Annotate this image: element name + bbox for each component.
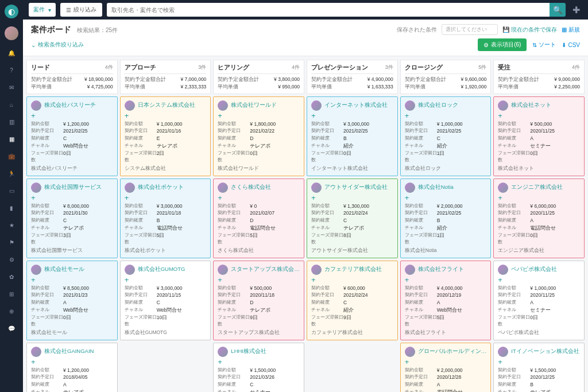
deal-name[interactable]: アウトサイダー株式会社 bbox=[324, 184, 388, 191]
chart-icon[interactable]: ▮ bbox=[7, 203, 16, 212]
deal-name[interactable]: スタートアップス株式会社 bbox=[231, 266, 300, 273]
mail-icon[interactable]: ✉ bbox=[7, 83, 16, 92]
deal-name[interactable]: 日本システム株式会社 bbox=[138, 102, 195, 109]
deal-card[interactable]: LHHI株式会社 + 契約金額¥ 1,500,000 契約予定日2021/03/… bbox=[213, 343, 304, 393]
add-activity-button[interactable]: + bbox=[31, 194, 113, 201]
star-icon[interactable]: ★ bbox=[7, 220, 16, 230]
add-activity-button[interactable]: + bbox=[498, 358, 580, 366]
deal-name[interactable]: エンジニア株式会社 bbox=[511, 184, 563, 191]
deal-name[interactable]: 株式会社Notia bbox=[418, 184, 454, 191]
add-activity-button[interactable]: + bbox=[405, 194, 487, 201]
deal-name[interactable]: 株式会社国際サービス bbox=[44, 184, 102, 191]
add-activity-button[interactable]: + bbox=[498, 276, 580, 284]
deal-name[interactable]: 株式会社ロック bbox=[418, 102, 458, 109]
deal-card[interactable]: ITイノベーション株式会社 + 契約金額¥ 1,500,000 契約予定日202… bbox=[493, 343, 585, 393]
deal-name[interactable]: 株式会社ワールド bbox=[231, 102, 277, 109]
deal-name[interactable]: ペパピポ株式会社 bbox=[511, 266, 557, 273]
add-activity-button[interactable]: + bbox=[218, 358, 300, 366]
deal-card[interactable]: ペパピポ株式会社 + 契約金額¥ 1,000,000 契約予定日2020/11/… bbox=[493, 261, 585, 340]
deal-name[interactable]: 株式会社GUMOTG bbox=[138, 266, 185, 273]
add-new-icon[interactable]: ✚ bbox=[570, 5, 582, 15]
deal-card[interactable]: 株式会社Notia + 契約金額¥ 2,000,000 契約予定日2021/02… bbox=[400, 178, 492, 258]
deal-name[interactable]: 株式会社ネット bbox=[511, 102, 551, 109]
deal-card[interactable]: インターネット株式会社 + 契約金額¥ 3,000,000 契約予定日2021/… bbox=[307, 96, 398, 176]
filter-button[interactable]: ☰ 絞り込み bbox=[60, 3, 102, 17]
deal-card[interactable]: スタートアップス株式会社 + 契約金額¥ 500,000 契約予定日2020/1… bbox=[213, 261, 304, 340]
deal-name[interactable]: 株式会社パスリーチ bbox=[44, 102, 96, 109]
csv-export-button[interactable]: ⬇CSV bbox=[562, 42, 580, 48]
deal-name[interactable]: 株式会社GAINGAIN bbox=[44, 348, 94, 355]
add-activity-button[interactable]: + bbox=[218, 276, 300, 284]
add-activity-button[interactable]: + bbox=[125, 276, 207, 284]
saved-conditions-select[interactable]: 選択してください bbox=[442, 24, 498, 35]
deal-name[interactable]: インターネット株式会社 bbox=[324, 102, 388, 109]
save-condition-button[interactable]: 💾現在の条件で保存 bbox=[502, 26, 557, 34]
deal-name[interactable]: ITイノベーション株式会社 bbox=[511, 348, 579, 355]
activity-icon[interactable]: 🏃 bbox=[7, 169, 16, 178]
add-activity-button[interactable]: + bbox=[31, 358, 113, 366]
deal-card[interactable]: カフェテリア株式会社 + 契約金額¥ 600,000 契約予定日2021/02/… bbox=[307, 261, 398, 340]
add-icon[interactable]: ⊕ bbox=[7, 306, 16, 316]
display-columns-button[interactable]: ⚙表示項目(6) bbox=[478, 38, 527, 51]
deal-card[interactable]: 株式会社GUMOTG + 契約金額¥ 3,000,000 契約予定日2020/1… bbox=[120, 261, 211, 340]
add-activity-button[interactable]: + bbox=[125, 194, 207, 201]
add-activity-button[interactable]: + bbox=[498, 194, 580, 201]
deal-name[interactable]: 株式会社フライト bbox=[418, 266, 464, 273]
add-activity-button[interactable]: + bbox=[218, 112, 300, 119]
deal-card[interactable]: 株式会社モール + 契約金額¥ 8,500,000 契約予定日2021/01/2… bbox=[26, 261, 118, 340]
add-activity-button[interactable]: + bbox=[31, 112, 113, 119]
help-icon[interactable]: ? bbox=[7, 65, 16, 75]
add-activity-button[interactable]: + bbox=[311, 276, 393, 284]
sort-button[interactable]: ⇅ソート bbox=[532, 41, 556, 49]
deal-name[interactable]: グローバルホールディングス株式会社 bbox=[418, 348, 487, 355]
deal-card[interactable]: 株式会社ネット + 契約金額¥ 500,000 契約予定日2020/11/25 … bbox=[493, 96, 585, 176]
gear-icon[interactable]: ⚙ bbox=[7, 255, 16, 264]
add-activity-button[interactable]: + bbox=[498, 112, 580, 119]
add-activity-button[interactable]: + bbox=[125, 112, 207, 119]
deal-card[interactable]: 株式会社ポケット + 契約金額¥ 3,000,000 契約予定日2021/01/… bbox=[120, 178, 211, 258]
add-activity-button[interactable]: + bbox=[31, 276, 113, 284]
date-value: 2018/04/05 bbox=[63, 374, 88, 381]
apps-icon[interactable]: ⊞ bbox=[7, 289, 16, 298]
deal-card[interactable]: さくら株式会社 + 契約金額¥ 0 契約予定日2021/02/07 契約確度D … bbox=[213, 178, 304, 258]
deal-card[interactable]: エンジニア株式会社 + 契約金額¥ 6,000,000 契約予定日2020/11… bbox=[493, 178, 585, 258]
chat-icon[interactable]: 💬 bbox=[7, 324, 16, 333]
card-icon[interactable]: ▭ bbox=[7, 186, 16, 195]
new-button[interactable]: ▦新規 bbox=[562, 26, 580, 34]
deal-card[interactable]: 株式会社フライト + 契約金額¥ 4,000,000 契約予定日2020/12/… bbox=[400, 261, 492, 340]
deal-card[interactable]: 日本システム株式会社 + 契約金額¥ 1,000,000 契約予定日2021/0… bbox=[120, 96, 211, 176]
deal-name[interactable]: 株式会社モール bbox=[44, 266, 84, 273]
deal-name[interactable]: 株式会社ポケット bbox=[138, 184, 184, 191]
user-avatar[interactable] bbox=[5, 26, 18, 40]
add-activity-button[interactable]: + bbox=[405, 276, 487, 284]
search-button[interactable]: 🔍 bbox=[550, 3, 566, 17]
add-activity-button[interactable]: + bbox=[311, 194, 393, 201]
deal-name[interactable]: カフェテリア株式会社 bbox=[324, 266, 382, 273]
settings-icon[interactable]: ✿ bbox=[7, 272, 16, 281]
home-icon[interactable]: ⌂ bbox=[7, 100, 16, 109]
field-label: 契約予定日 bbox=[125, 209, 157, 217]
deal-name[interactable]: LHHI株式会社 bbox=[231, 348, 266, 355]
app-logo[interactable]: ◐ bbox=[5, 5, 18, 18]
deal-card[interactable]: 株式会社ワールド + 契約金額¥ 1,800,000 契約予定日2021/02/… bbox=[213, 96, 304, 176]
stat-label: 平均単価 bbox=[498, 83, 519, 91]
board-icon[interactable]: ▦ bbox=[7, 134, 16, 143]
deal-card[interactable]: アウトサイダー株式会社 + 契約金額¥ 1,300,000 契約予定日2021/… bbox=[307, 178, 398, 258]
deal-card[interactable]: 株式会社パスリーチ + 契約金額¥ 1,200,000 契約予定日2021/02… bbox=[26, 96, 118, 176]
deal-card[interactable]: 株式会社GAINGAIN + 契約金額¥ 1,200,000 契約予定日2018… bbox=[26, 343, 118, 393]
deal-card[interactable]: 株式会社国際サービス + 契約金額¥ 8,000,000 契約予定日2021/0… bbox=[26, 178, 118, 258]
add-activity-button[interactable]: + bbox=[405, 358, 487, 366]
add-activity-button[interactable]: + bbox=[311, 112, 393, 119]
add-activity-button[interactable]: + bbox=[218, 194, 300, 201]
category-dropdown[interactable]: 案件 ▾ bbox=[29, 3, 56, 17]
briefcase-icon[interactable]: 💼 bbox=[7, 152, 16, 161]
flag-icon[interactable]: ⚑ bbox=[7, 238, 16, 247]
search-input[interactable] bbox=[107, 3, 550, 17]
add-activity-button[interactable]: + bbox=[405, 112, 487, 119]
expand-filter-toggle[interactable]: ⌄ 検索条件絞り込み bbox=[31, 41, 84, 49]
deal-card[interactable]: グローバルホールディングス株式会社 + 契約金額¥ 2,000,000 契約予定… bbox=[400, 343, 492, 393]
bell-icon[interactable]: 🔔 bbox=[7, 48, 16, 57]
deal-name[interactable]: さくら株式会社 bbox=[231, 184, 271, 191]
building-icon[interactable]: ▥ bbox=[7, 117, 16, 126]
deal-card[interactable]: 株式会社ロック + 契約金額¥ 1,000,000 契約予定日2021/02/2… bbox=[400, 96, 492, 176]
